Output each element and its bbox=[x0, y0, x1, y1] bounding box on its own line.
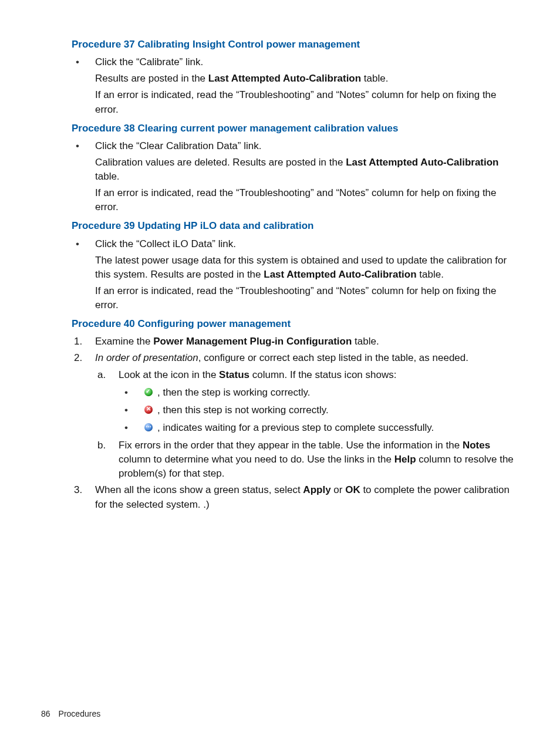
text: Examine the bbox=[95, 336, 153, 347]
status-wait-item: , indicates waiting for a previous step … bbox=[119, 421, 519, 435]
proc37-result: Results are posted in the Last Attempted… bbox=[95, 72, 519, 86]
bold-text: OK bbox=[345, 484, 360, 495]
bold-text: Apply bbox=[303, 484, 330, 495]
footer-section: Procedures bbox=[59, 709, 101, 718]
proc39-step: Click the “Collect iLO Data” link. The l… bbox=[72, 237, 519, 313]
proc39-click: Click the “Collect iLO Data” link. bbox=[95, 237, 519, 251]
bold-text: Power Management Plug-in Configuration bbox=[153, 336, 352, 347]
text: table. bbox=[417, 269, 444, 280]
procedure-37-title: Procedure 37 Calibrating Insight Control… bbox=[72, 38, 519, 52]
bold-text: Notes bbox=[463, 440, 490, 451]
text: When all the icons show a green status, … bbox=[95, 484, 303, 495]
footer: 86Procedures bbox=[41, 708, 100, 720]
proc39-result: The latest power usage data for this sys… bbox=[95, 254, 519, 282]
text: table. bbox=[95, 171, 120, 182]
bold-text: Last Attempted Auto-Calibration bbox=[264, 269, 416, 280]
proc38-step: Click the “Clear Calibration Data” link.… bbox=[72, 139, 519, 215]
text: column. If the status icon shows: bbox=[249, 369, 396, 380]
proc37-error: If an error is indicated, read the “Trou… bbox=[95, 88, 519, 116]
proc38-result: Calibration values are deleted. Results … bbox=[95, 156, 519, 184]
status-ok-item: , then the step is working correctly. bbox=[119, 386, 519, 400]
procedure-38-title: Procedure 38 Clearing current power mana… bbox=[72, 121, 519, 136]
text: Calibration values are deleted. Results … bbox=[95, 157, 346, 168]
text: , indicates waiting for a previous step … bbox=[157, 422, 434, 433]
proc38-error: If an error is indicated, read the “Trou… bbox=[95, 186, 519, 214]
text: table. bbox=[352, 336, 379, 347]
status-ok-icon bbox=[144, 388, 153, 396]
status-error-icon bbox=[144, 406, 153, 414]
proc39-error: If an error is indicated, read the “Trou… bbox=[95, 284, 519, 312]
proc38-click: Click the “Clear Calibration Data” link. bbox=[95, 139, 519, 153]
text: column to determine what you need to do.… bbox=[119, 454, 394, 465]
bold-text: Last Attempted Auto-Calibration bbox=[208, 73, 361, 84]
proc40-step2b: Fix errors in the order that they appear… bbox=[95, 438, 519, 481]
text: table. bbox=[361, 73, 388, 84]
proc40-step2: In order of presentation, configure or c… bbox=[72, 351, 519, 481]
proc40-step3: When all the icons show a green status, … bbox=[72, 483, 519, 511]
text: , configure or correct each step listed … bbox=[198, 352, 468, 363]
bold-text: Last Attempted Auto-Calibration bbox=[346, 157, 498, 168]
text: Look at the icon in the bbox=[119, 369, 219, 380]
text: , then the step is working correctly. bbox=[157, 387, 310, 398]
proc37-step: Click the “Calibrate” link. Results are … bbox=[72, 55, 519, 117]
procedure-40-title: Procedure 40 Configuring power managemen… bbox=[72, 317, 519, 331]
status-waiting-icon bbox=[144, 423, 153, 431]
bold-text: Status bbox=[219, 369, 249, 380]
text: , then this step is not working correctl… bbox=[157, 404, 329, 416]
proc37-click: Click the “Calibrate” link. bbox=[95, 55, 519, 69]
page-number: 86 bbox=[41, 709, 50, 718]
proc40-step2a: Look at the icon in the Status column. I… bbox=[95, 368, 519, 436]
procedure-39-title: Procedure 39 Updating HP iLO data and ca… bbox=[72, 219, 519, 233]
text: or bbox=[331, 484, 346, 495]
text: Results are posted in the bbox=[95, 73, 208, 84]
italic-text: In order of presentation bbox=[95, 352, 198, 363]
text: Fix errors in the order that they appear… bbox=[119, 440, 463, 451]
proc40-step1: Examine the Power Management Plug-in Con… bbox=[72, 335, 519, 349]
bold-text: Help bbox=[394, 454, 416, 465]
status-err-item: , then this step is not working correctl… bbox=[119, 403, 519, 417]
